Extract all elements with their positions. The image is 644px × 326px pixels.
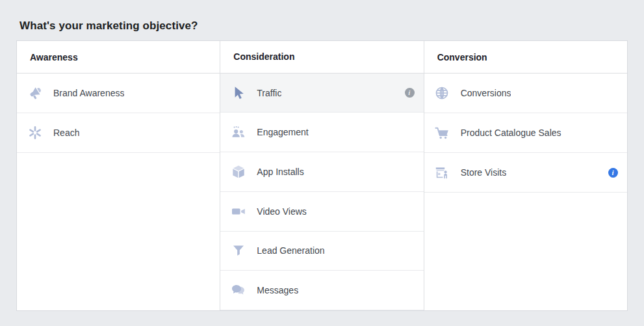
objective-label: Engagement [257,127,308,137]
cube-icon [229,164,247,180]
reach-burst-icon [26,125,44,141]
info-icon[interactable]: i [405,88,415,98]
objective-row-video-views[interactable]: Video Views [220,192,423,232]
column-header-conversion: Conversion [424,41,627,74]
globe-icon [433,85,451,101]
column-header-awareness: Awareness [17,41,220,74]
column-consideration: ConsiderationTrafficiEngagementApp Insta… [220,41,424,310]
page-title: What's your marketing objective? [19,20,198,33]
column-header-consideration: Consideration [220,41,423,74]
column-conversion: ConversionConversionsProduct Catalogue S… [424,41,627,310]
column-awareness: AwarenessBrand AwarenessReach [17,41,220,310]
objective-row-engagement[interactable]: Engagement [220,113,423,152]
people-icon [229,124,247,140]
chat-bubbles-icon [229,282,247,298]
megaphone-icon [26,85,44,101]
objective-row-lead-generation[interactable]: Lead Generation [220,232,423,271]
objective-label: Lead Generation [257,245,324,256]
objective-label: Traffic [257,88,281,98]
funnel-icon [229,243,247,258]
objective-row-store-visits[interactable]: Store Visitsi [424,153,627,193]
objective-label: Conversions [461,88,511,98]
objective-label: App Installs [257,167,303,177]
objective-row-product-catalogue-sales[interactable]: Product Catalogue Sales [424,113,627,153]
objective-label: Messages [257,285,298,295]
objective-row-brand-awareness[interactable]: Brand Awareness [17,74,220,113]
objective-row-traffic[interactable]: Traffici [220,74,423,113]
objective-table: AwarenessBrand AwarenessReachConsiderati… [16,40,628,311]
objective-label: Video Views [257,206,307,217]
video-camera-icon [229,204,247,219]
shopping-cart-icon [433,125,451,141]
objective-row-messages[interactable]: Messages [220,271,423,310]
objective-label: Reach [53,128,79,138]
objective-label: Product Catalogue Sales [461,128,561,138]
objective-row-conversions[interactable]: Conversions [424,74,627,113]
cursor-icon [229,85,247,101]
objective-label: Store Visits [461,167,507,178]
objective-row-app-installs[interactable]: App Installs [220,152,423,192]
objective-row-reach[interactable]: Reach [17,113,220,153]
storefront-icon [433,165,451,180]
objective-label: Brand Awareness [53,88,124,98]
info-icon[interactable]: i [608,168,618,178]
